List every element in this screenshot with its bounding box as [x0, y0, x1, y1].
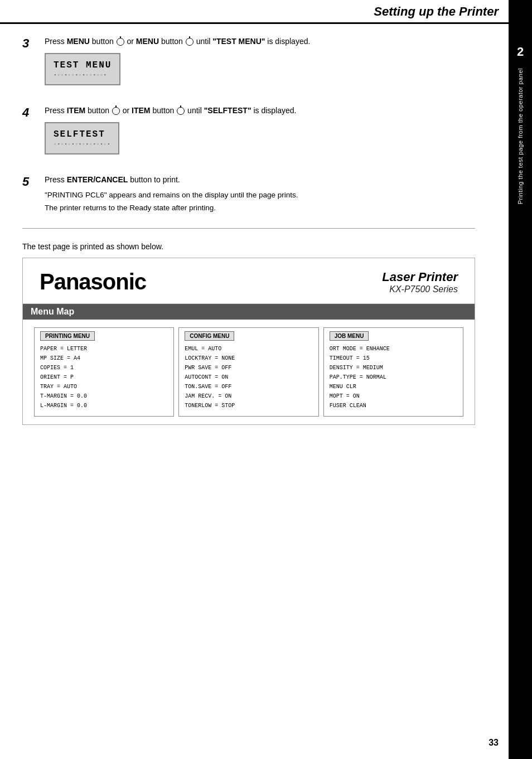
- laser-printer-title: Laser Printer: [382, 270, 458, 284]
- job-menu-item-2: DENSITY = MEDIUM: [330, 363, 457, 373]
- step-4-content: Press ITEM button or ITEM button until "…: [45, 104, 475, 160]
- page-header: Setting up the Printer: [0, 0, 532, 24]
- config-menu-column: CONFIG MENU EMUL = AUTO LOCKTRAY = NONE …: [178, 327, 318, 417]
- step-5: 5 Press ENTER/CANCEL button to print. "P…: [22, 173, 475, 215]
- printing-menu-item-5: T-MARGIN = 0.0: [40, 391, 168, 401]
- config-menu-item-2: PWR SAVE = OFF: [185, 363, 312, 373]
- config-menu-item-0: EMUL = AUTO: [185, 344, 312, 354]
- main-content: 3 Press MENU button or MENU button until…: [0, 24, 509, 447]
- printing-menu-item-6: L-MARGIN = 0.0: [40, 401, 168, 410]
- menu-map-header: Menu Map: [23, 304, 475, 320]
- job-menu-header: JOB MENU: [330, 331, 369, 341]
- job-menu-item-3: PAP.TYPE = NORMAL: [330, 373, 457, 382]
- printing-menu-item-2: COPIES = 1: [40, 363, 168, 373]
- step-5-notes: "PRINTING PCL6" appears and remains on t…: [45, 189, 475, 215]
- page-title: Setting up the Printer: [374, 4, 499, 19]
- step-3-content: Press MENU button or MENU button until "…: [45, 35, 475, 91]
- printing-menu-column: PRINTING MENU PAPER = LETTER MP SIZE = A…: [34, 327, 174, 417]
- job-menu-item-6: FUSER CLEAN: [330, 401, 457, 410]
- step-5-text: Press ENTER/CANCEL button to print.: [45, 173, 475, 186]
- step-5-content: Press ENTER/CANCEL button to print. "PRI…: [45, 173, 475, 215]
- step-4: 4 Press ITEM button or ITEM button until…: [22, 104, 475, 160]
- job-menu-column: JOB MENU ORT MODE = ENHANCE TIMEOUT = 15…: [323, 327, 463, 417]
- step-3-number: 3: [22, 35, 45, 51]
- config-menu-item-6: TONERLOW = STOP: [185, 401, 312, 410]
- job-menu-item-1: TIMEOUT = 15: [330, 354, 457, 363]
- menu-columns: PRINTING MENU PAPER = LETTER MP SIZE = A…: [23, 320, 475, 424]
- step-5-note-2: The printer returns to the Ready state a…: [45, 202, 475, 215]
- section-divider: [22, 228, 475, 229]
- laser-printer-model: KX-P7500 Series: [382, 284, 458, 294]
- job-menu-item-5: MOPT = ON: [330, 391, 457, 401]
- panasonic-text: Panasonic: [40, 269, 146, 294]
- menu-button-icon-2: [186, 38, 194, 46]
- config-menu-item-1: LOCKTRAY = NONE: [185, 354, 312, 363]
- step-3: 3 Press MENU button or MENU button until…: [22, 35, 475, 91]
- printing-menu-item-1: MP SIZE = A4: [40, 354, 168, 363]
- selftest-display: SELFTEST ▫▪▫▪▫▪▫▪▫▪▫▪▫▪▫▪: [45, 122, 119, 154]
- step-4-number: 4: [22, 104, 45, 120]
- job-menu-item-4: MENU CLR: [330, 382, 457, 391]
- test-page-box: Panasonic Laser Printer KX-P7500 Series …: [22, 258, 475, 425]
- printing-menu-header: PRINTING MENU: [40, 331, 95, 341]
- step-3-text: Press MENU button or MENU button until "…: [45, 35, 475, 47]
- config-menu-header: CONFIG MENU: [185, 331, 234, 341]
- step-5-number: 5: [22, 173, 45, 189]
- item-button-icon-2: [177, 107, 185, 115]
- step-4-text: Press ITEM button or ITEM button until "…: [45, 104, 475, 117]
- page-number: 33: [489, 738, 499, 748]
- config-menu-item-3: AUTOCONT = ON: [185, 373, 312, 382]
- laser-printer-info: Laser Printer KX-P7500 Series: [382, 270, 458, 294]
- test-page-intro: The test page is printed as shown below.: [22, 242, 475, 251]
- test-page-header: Panasonic Laser Printer KX-P7500 Series: [23, 258, 475, 304]
- config-menu-item-5: JAM RECV. = ON: [185, 391, 312, 401]
- job-menu-item-0: ORT MODE = ENHANCE: [330, 344, 457, 354]
- step-5-note-1: "PRINTING PCL6" appears and remains on t…: [45, 189, 475, 202]
- chapter-number: 2: [517, 45, 524, 59]
- item-button-icon-1: [112, 107, 120, 115]
- chapter-sidebar: 2 Printing the test page from the operat…: [509, 0, 532, 759]
- config-menu-item-4: TON.SAVE = OFF: [185, 382, 312, 391]
- printing-menu-item-3: ORIENT = P: [40, 373, 168, 382]
- printing-menu-item-4: TRAY = AUTO: [40, 382, 168, 391]
- display-pixel-row: ▪▫▫▪▫▫▪▫▪▫▫▪▫▫▪: [54, 72, 112, 80]
- printing-menu-item-0: PAPER = LETTER: [40, 344, 168, 354]
- test-menu-display: TEST MENU ▪▫▫▪▫▫▪▫▪▫▫▪▫▫▪: [45, 53, 120, 85]
- chapter-label: Printing the test page from the operator…: [516, 68, 524, 204]
- panasonic-logo: Panasonic: [40, 269, 146, 294]
- menu-button-icon-1: [117, 38, 124, 46]
- display-selftest-pixel-row: ▫▪▫▪▫▪▫▪▫▪▫▪▫▪▫▪: [54, 141, 110, 149]
